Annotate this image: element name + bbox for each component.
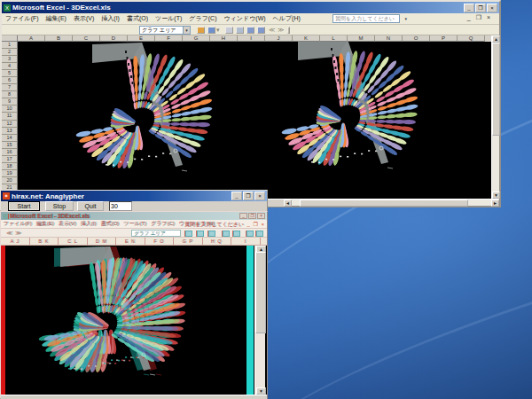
- toolbar-grip[interactable]: [287, 27, 290, 34]
- row-header[interactable]: 8: [2, 91, 18, 98]
- menu-item[interactable]: 挿入(I): [78, 220, 98, 228]
- horizontal-scrollbar[interactable]: [1, 395, 267, 399]
- angle-down-right-icon[interactable]: ≫: [278, 27, 284, 34]
- column-header[interactable]: B: [45, 35, 73, 42]
- scroll-left-icon[interactable]: ◄: [284, 200, 292, 207]
- horizontal-scroll-thumb[interactable]: [300, 200, 468, 207]
- column-header[interactable]: H: [210, 35, 238, 42]
- menu-item[interactable]: 書式(O): [98, 220, 121, 228]
- data-table-icon[interactable]: [233, 231, 240, 237]
- menu-item[interactable]: ウィンドウ(W): [221, 14, 270, 23]
- row-header[interactable]: 20: [2, 177, 18, 184]
- row-header[interactable]: 13: [2, 128, 18, 135]
- chart-area-combo[interactable]: グラフ エリア: [131, 230, 181, 237]
- scroll-right-icon[interactable]: ►: [491, 200, 499, 207]
- row-header[interactable]: 16: [2, 149, 18, 156]
- column-header[interactable]: D: [100, 35, 128, 42]
- vertical-scroll-thumb[interactable]: [255, 252, 266, 333]
- chart-area-combo[interactable]: グラフ エリア ▾: [139, 26, 191, 35]
- column-header[interactable]: E: [128, 35, 155, 42]
- menu-item[interactable]: 編集(E): [43, 14, 70, 23]
- select-all-corner[interactable]: [2, 35, 18, 42]
- column-header-pair[interactable]: C L: [59, 238, 88, 245]
- chart-type-icon[interactable]: [207, 27, 215, 34]
- column-header-pair[interactable]: H Q: [203, 238, 232, 245]
- column-header[interactable]: J: [265, 35, 293, 42]
- vertical-scrollbar[interactable]: ▲ ▼: [254, 246, 265, 395]
- chevron-down-icon[interactable]: ▾: [183, 27, 190, 34]
- menu-item[interactable]: ファイル(F): [1, 220, 34, 228]
- by-row-icon[interactable]: [246, 231, 254, 237]
- chart-area[interactable]: ▲ ▼: [1, 246, 267, 395]
- angle-up-left-icon[interactable]: ≪: [269, 27, 275, 34]
- stereo-pair-3d-charts[interactable]: [18, 42, 491, 199]
- title-bar[interactable]: ✶ hirax.net: Anaglypher _ ❐ ×: [1, 191, 267, 201]
- angle-down-right-icon[interactable]: ≫: [15, 230, 21, 237]
- column-header[interactable]: Q: [458, 35, 485, 42]
- format-selection-icon[interactable]: [197, 231, 204, 237]
- maximize-button[interactable]: ❐: [475, 4, 486, 12]
- close-button[interactable]: ×: [257, 213, 265, 219]
- maximize-button[interactable]: ❐: [243, 192, 254, 200]
- column-header[interactable]: O: [403, 35, 430, 42]
- chevron-down-icon[interactable]: ▾: [404, 16, 407, 21]
- column-header[interactable]: K: [293, 35, 320, 42]
- menu-item[interactable]: ファイル(F): [2, 14, 43, 23]
- legend-icon[interactable]: [225, 27, 233, 34]
- chevron-down-icon[interactable]: [185, 231, 192, 237]
- format-selection-icon[interactable]: [197, 27, 205, 34]
- column-header[interactable]: P: [430, 35, 458, 42]
- chart-area[interactable]: [18, 42, 491, 199]
- chevron-down-icon[interactable]: ▾: [216, 27, 220, 34]
- stop-button[interactable]: Stop: [45, 201, 74, 211]
- row-header[interactable]: 7: [2, 84, 18, 91]
- menu-item[interactable]: 表示(V): [56, 220, 78, 228]
- column-header[interactable]: F: [155, 35, 183, 42]
- column-header[interactable]: I: [238, 35, 265, 42]
- workbook-window-controls[interactable]: _ ❐ ×: [467, 14, 492, 21]
- title-bar[interactable]: X Microsoft Excel - 3DExcel.xls _ ❐ ×: [2, 2, 499, 13]
- by-row-icon[interactable]: [246, 27, 254, 34]
- vertical-scroll-thumb[interactable]: [492, 43, 500, 136]
- close-button[interactable]: ×: [254, 192, 265, 200]
- menu-item[interactable]: 表示(V): [70, 14, 98, 23]
- menu-item[interactable]: 編集(E): [34, 220, 56, 228]
- row-header[interactable]: 18: [2, 163, 18, 170]
- column-header-pair[interactable]: I: [231, 238, 261, 245]
- column-header-pair[interactable]: G P: [174, 238, 203, 245]
- title-bar[interactable]: Microsoft Excel - 3DExcel.xls _ ❐ ×: [1, 212, 267, 220]
- column-header[interactable]: N: [375, 35, 403, 42]
- workbook-window-controls[interactable]: _ ❐ ×: [246, 221, 265, 227]
- row-header[interactable]: 12: [2, 121, 18, 128]
- row-header[interactable]: 5: [2, 70, 18, 77]
- row-header[interactable]: 19: [2, 170, 18, 177]
- column-header[interactable]: C: [73, 35, 100, 42]
- menu-item[interactable]: グラフ(C): [149, 220, 177, 228]
- menu-item[interactable]: グラフ(C): [185, 14, 220, 23]
- vertical-scrollbar[interactable]: ▲ ▼: [491, 35, 499, 199]
- row-header[interactable]: 4: [2, 63, 18, 70]
- maximize-button[interactable]: ❐: [248, 213, 256, 219]
- row-header[interactable]: 1: [2, 42, 18, 49]
- menu-item[interactable]: 書式(O): [123, 14, 152, 23]
- chart-type-icon[interactable]: [208, 231, 215, 237]
- anaglyph-3d-chart[interactable]: [1, 246, 254, 395]
- column-header[interactable]: M: [348, 35, 375, 42]
- column-header[interactable]: L: [320, 35, 348, 42]
- column-header-pair[interactable]: B K: [30, 238, 59, 245]
- menu-item[interactable]: ツール(T): [121, 220, 149, 228]
- row-header[interactable]: 15: [2, 142, 18, 149]
- row-header[interactable]: 6: [2, 77, 18, 84]
- by-column-icon[interactable]: [256, 231, 263, 237]
- menu-item[interactable]: ツール(T): [152, 14, 185, 23]
- minimize-button[interactable]: _: [239, 213, 247, 219]
- help-question-text[interactable]: 質問を入力してください: [184, 221, 244, 229]
- interval-input[interactable]: [109, 201, 132, 211]
- row-header[interactable]: 11: [2, 113, 18, 120]
- column-header-pair[interactable]: A J: [1, 238, 30, 245]
- close-button[interactable]: ×: [487, 4, 497, 12]
- angle-up-left-icon[interactable]: ≪: [6, 230, 12, 237]
- scroll-down-icon[interactable]: ▼: [256, 387, 266, 395]
- quit-button[interactable]: Quit: [77, 201, 104, 211]
- row-header[interactable]: 14: [2, 135, 18, 142]
